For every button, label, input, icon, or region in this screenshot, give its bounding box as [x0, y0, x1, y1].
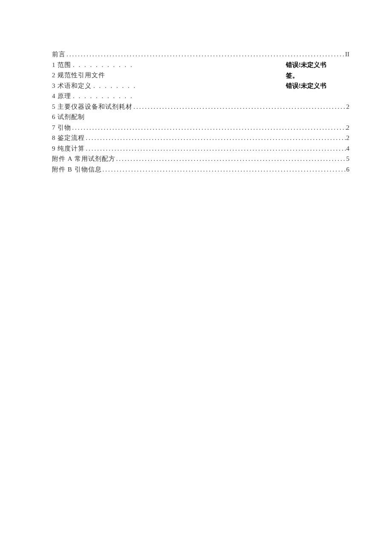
toc-leader-dots: . . . . . . . .	[93, 82, 136, 89]
toc-label: 8 鉴定流程	[52, 133, 85, 143]
toc-page-number: 6	[346, 164, 350, 175]
toc-label: 前言	[52, 49, 66, 60]
toc-page-number: 4	[346, 143, 350, 154]
toc-label: 6 试剂配制	[52, 113, 85, 120]
error-line: 错误!未定义书	[286, 60, 335, 70]
toc-entry-7: 7 引物 2	[52, 122, 349, 133]
toc-entry-appendix-a: 附件 A 常用试剂配方 5	[52, 154, 349, 164]
error-line: 错误!未定义书	[286, 81, 335, 91]
bookmark-error-text: 错误!未定义书 签。 错误!未定义书	[286, 60, 335, 91]
toc-leader-dots	[102, 164, 346, 175]
toc-entry-4: 4 原理 . . . . . . . . . . .	[52, 91, 349, 102]
toc-page-number: 2	[346, 102, 350, 112]
toc-label: 3 术语和定义	[52, 82, 92, 89]
toc-entry-5: 5 主要仪器设备和试剂耗材 2	[52, 102, 349, 112]
toc-entry-9: 9 纯度计算 4	[52, 143, 349, 154]
toc-label: 5 主要仪器设备和试剂耗材	[52, 102, 133, 112]
toc-page-number: II	[345, 49, 349, 60]
toc-entry-8: 8 鉴定流程 2	[52, 133, 349, 143]
toc-leader-dots	[115, 154, 346, 164]
error-line: 签。	[286, 70, 335, 81]
toc-label: 1 范围	[52, 61, 71, 68]
toc-entry-preface: 前言 II	[52, 49, 349, 60]
toc-leader-dots	[133, 102, 346, 112]
toc-label: 附件 A 常用试剂配方	[52, 154, 115, 164]
toc-leader-dots: . . . . . . . . . . .	[73, 93, 133, 99]
toc-label: 4 原理	[52, 93, 71, 99]
toc-label: 附件 B 引物信息	[52, 164, 102, 175]
toc-page-number: 2	[346, 133, 350, 143]
toc-leader-dots	[85, 133, 346, 143]
toc-leader-dots	[66, 49, 345, 60]
toc-label: 2 规范性引用文件	[52, 72, 105, 78]
toc-label: 9 纯度计算	[52, 143, 85, 154]
toc-leader-dots	[85, 143, 346, 154]
toc-entry-appendix-b: 附件 B 引物信息 6	[52, 164, 349, 175]
toc-entry-6: 6 试剂配制	[52, 112, 349, 122]
toc-leader-dots: . . . . . . . . . . .	[73, 61, 133, 68]
toc-page-number: 5	[346, 154, 350, 164]
toc-leader-dots	[71, 122, 346, 133]
toc-page-number: 2	[346, 122, 350, 133]
toc-label: 7 引物	[52, 122, 71, 133]
